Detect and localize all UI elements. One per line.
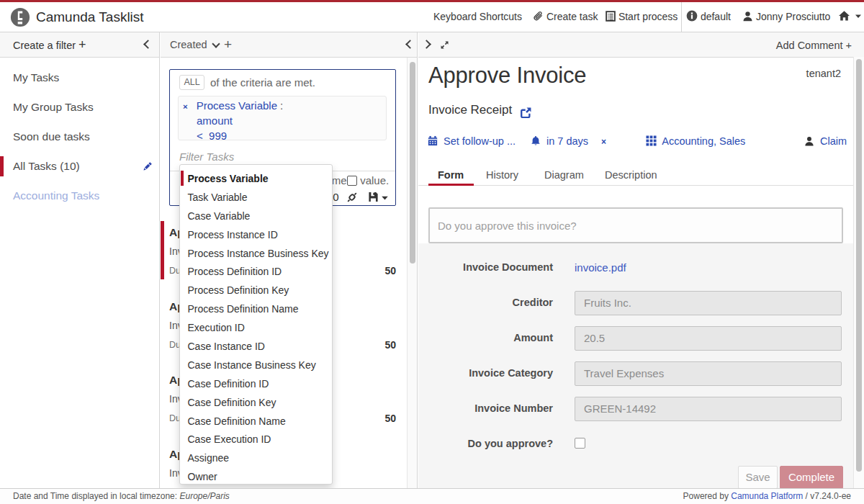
set-followup-button[interactable]: Set follow-up ... — [428, 134, 516, 149]
active-tab-underline — [428, 184, 474, 186]
dropdown-option[interactable]: Process Definition ID — [180, 263, 332, 282]
nav-start-process[interactable]: Start process — [606, 2, 678, 32]
match-mode-value: ALL — [184, 77, 199, 87]
collapse-detail-icon[interactable] — [422, 40, 431, 49]
nav-user-menu[interactable]: Jonny Prosciutto — [742, 2, 830, 32]
dropdown-option[interactable]: Process Variable — [180, 170, 332, 189]
detail-scrollbar-track[interactable] — [853, 57, 864, 488]
dropdown-option[interactable]: Process Instance ID — [180, 226, 332, 245]
dropdown-option[interactable]: Process Definition Key — [180, 282, 332, 300]
dropdown-option[interactable]: Case Definition Name — [180, 413, 332, 431]
case-value-checkbox[interactable] — [347, 176, 357, 186]
start-process-icon — [606, 11, 616, 22]
sidebar-item-label: My Group Tasks — [13, 101, 94, 113]
dropdown-option[interactable]: Case Definition Key — [180, 394, 332, 413]
search-criterion-pill[interactable]: ×Process Variable: amount < 999 — [178, 96, 387, 140]
tab-form[interactable]: Form — [438, 164, 464, 186]
search-type-dropdown: Process Variable Task Variable Case Vari… — [179, 164, 333, 485]
sidebar-header: Create a filter + — [0, 32, 159, 58]
tab-description[interactable]: Description — [605, 164, 657, 186]
field-label: Do you approve? — [428, 438, 553, 449]
app-title[interactable]: Camunda Tasklist — [36, 9, 144, 26]
criterion-type[interactable]: Process Variable — [197, 99, 277, 112]
dropdown-option[interactable]: Owner — [180, 468, 332, 485]
groups-button[interactable]: Accounting, Sales — [646, 134, 745, 149]
tasklist-scrollbar-thumb[interactable] — [410, 62, 415, 264]
dropdown-option[interactable]: Case Instance ID — [180, 338, 332, 356]
collapse-sidebar-icon[interactable] — [143, 40, 153, 49]
nav-create-task[interactable]: Create task — [533, 2, 598, 32]
task-detail-header: Add Comment + — [418, 32, 864, 58]
nav-keyboard-shortcuts[interactable]: Keyboard Shortcuts — [433, 2, 522, 32]
edit-filter-pencil-icon[interactable] — [142, 161, 153, 172]
tab-history[interactable]: History — [486, 164, 518, 186]
permalink-icon[interactable] — [346, 192, 358, 203]
tasklist-scrollbar-track[interactable] — [407, 58, 417, 488]
dropdown-option[interactable]: Case Execution ID — [180, 431, 332, 449]
camunda-platform-link[interactable]: Camunda Platform — [731, 491, 803, 501]
dropdown-option[interactable]: Assignee — [180, 449, 332, 468]
criterion-key[interactable]: amount — [197, 114, 233, 127]
create-filter-button[interactable]: Create a filter + — [13, 32, 86, 57]
sidebar-item-all-tasks[interactable]: All Tasks (10) — [0, 152, 159, 181]
detail-scrollbar-thumb[interactable] — [856, 59, 862, 472]
nav-home-menu[interactable] — [838, 2, 862, 32]
invoice-category-input[interactable]: Travel Expenses — [575, 361, 842, 386]
navbar: Camunda Tasklist Keyboard Shortcuts Crea… — [0, 2, 864, 32]
sidebar-item-accounting-tasks[interactable]: Accounting Tasks — [0, 181, 159, 211]
textarea-placeholder: Do you approve this invoice? — [438, 220, 577, 232]
dropdown-option[interactable]: Case Variable — [180, 207, 332, 226]
timezone-note: Date and Time displayed in local timezon… — [13, 489, 230, 504]
add-comment-label: Add Comment + — [776, 40, 852, 51]
invoice-pdf-link[interactable]: invoice.pdf — [575, 261, 626, 274]
external-link-icon[interactable] — [521, 107, 531, 118]
save-filter-caret-icon[interactable] — [382, 196, 388, 200]
camunda-logo-icon[interactable] — [10, 7, 30, 27]
maximize-icon[interactable] — [439, 40, 450, 50]
sidebar-item-label: All Tasks — [13, 160, 57, 172]
match-mode-selector[interactable]: ALL — [179, 75, 204, 90]
invoice-number-value: GREEN-14492 — [584, 402, 656, 415]
complete-button[interactable]: Complete — [780, 466, 843, 488]
add-sorting-button[interactable]: + — [224, 32, 232, 57]
task-priority: 50 — [384, 413, 396, 424]
field-label: Amount — [428, 332, 553, 343]
dropdown-option[interactable]: Execution ID — [180, 319, 332, 338]
dropdown-option[interactable]: Case Definition ID — [180, 375, 332, 394]
amount-input[interactable]: 20.5 — [575, 326, 842, 351]
tasklist-column: Created + Approve Invoice Invoice Receip… — [161, 32, 418, 488]
remove-criterion-icon[interactable]: × — [183, 102, 188, 111]
save-button[interactable]: Save — [738, 466, 778, 488]
groups-grid-icon — [646, 135, 657, 146]
collapse-tasklist-icon[interactable] — [405, 40, 415, 49]
add-comment-button[interactable]: Add Comment + — [776, 34, 852, 58]
due-date-button[interactable]: in 7 days × — [531, 134, 606, 149]
tab-diagram[interactable]: Diagram — [544, 164, 584, 186]
navbar-divider — [681, 2, 682, 32]
tasklist-body: Approve Invoice Invoice Receipt Due 50 A… — [161, 58, 417, 488]
sidebar-item-soon-due-tasks[interactable]: Soon due tasks — [0, 122, 159, 152]
criterion-value[interactable]: 999 — [209, 130, 227, 142]
dropdown-option[interactable]: Task Variable — [180, 189, 332, 207]
approve-checkbox[interactable] — [575, 438, 585, 449]
sidebar-item-my-group-tasks[interactable]: My Group Tasks — [0, 93, 159, 122]
dropdown-option[interactable]: Process Instance Business Key — [180, 245, 332, 264]
sidebar-item-my-tasks[interactable]: My Tasks — [0, 63, 159, 93]
invoice-category-value: Travel Expenses — [584, 367, 664, 379]
nav-keyboard-shortcuts-label: Keyboard Shortcuts — [433, 11, 522, 22]
claim-button[interactable]: Claim — [804, 134, 847, 149]
nav-start-process-label: Start process — [618, 11, 678, 22]
sort-by-dropdown[interactable]: Created — [170, 32, 219, 57]
invoice-number-input[interactable]: GREEN-14492 — [575, 397, 842, 421]
nav-engine[interactable]: default — [686, 2, 731, 32]
creditor-input[interactable]: Fruits Inc. — [575, 291, 842, 315]
approval-comment-textarea[interactable]: Do you approve this invoice? — [428, 207, 843, 243]
powered-by: Powered by Camunda Platform / v7.24.0-ee — [683, 489, 851, 504]
criterion-operator[interactable]: < — [197, 130, 203, 142]
save-filter-icon[interactable] — [368, 192, 379, 202]
dropdown-option[interactable]: Process Definition Name — [180, 300, 332, 319]
dropdown-option[interactable]: Case Instance Business Key — [180, 356, 332, 375]
filter-tasks-input[interactable]: Filter Tasks — [179, 149, 234, 164]
task-name-heading: Approve Invoice — [428, 63, 586, 89]
remove-due-icon[interactable]: × — [601, 137, 606, 147]
